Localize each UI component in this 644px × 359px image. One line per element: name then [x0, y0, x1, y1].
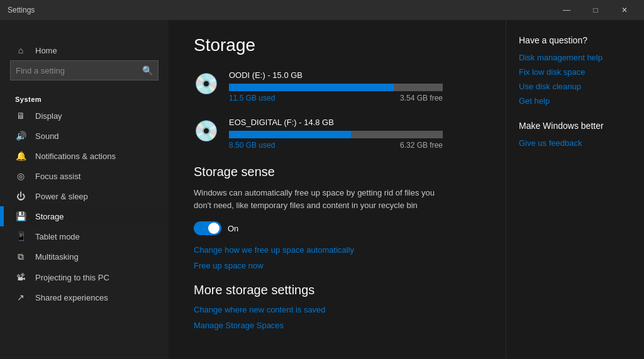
search-button[interactable]: 🔍 — [142, 65, 153, 75]
get-help-link[interactable]: Get help — [519, 96, 631, 106]
progress-bar-bg-2 — [229, 131, 443, 138]
drive-item-2: 💿 EOS_DIGITAL (F:) - 14.8 GB 8.50 GB use… — [194, 118, 480, 150]
app-body: ⌂ Home 🔍 System 🖥 Display 🔊 Sound 🔔 Noti… — [0, 20, 644, 359]
sidebar-item-label: Storage — [35, 212, 64, 221]
drive-name-1: OODI (E:) - 15.0 GB — [229, 70, 480, 80]
more-storage-title: More storage settings — [194, 283, 480, 297]
close-button[interactable]: ✕ — [610, 0, 639, 20]
focus-icon: ◎ — [15, 171, 26, 181]
drive-name-2: EOS_DIGITAL (F:) - 14.8 GB — [229, 118, 480, 127]
storage-sense-title: Storage sense — [194, 165, 480, 179]
search-box: 🔍 — [10, 60, 158, 80]
have-question-title: Have a question? — [519, 35, 631, 45]
drive-free-2: 6.32 GB free — [400, 141, 443, 150]
disk-cleanup-link[interactable]: Use disk cleanup — [519, 82, 631, 91]
more-storage-link2[interactable]: Manage Storage Spaces — [194, 321, 480, 330]
drive-free-1: 3.54 GB free — [400, 94, 443, 102]
storage-icon: 💾 — [15, 211, 26, 221]
storage-sense-toggle[interactable] — [194, 221, 221, 235]
main-content: Storage 💿 OODI (E:) - 15.0 GB 11.5 GB us… — [169, 20, 506, 359]
give-feedback-link[interactable]: Give us feedback — [519, 138, 631, 148]
more-storage-link1[interactable]: Change where new content is saved — [194, 305, 480, 314]
page-title: Storage — [194, 35, 480, 55]
sidebar-item-label: Projecting to this PC — [35, 273, 109, 282]
sound-icon: 🔊 — [15, 131, 26, 141]
sidebar-item-label: Shared experiences — [35, 293, 108, 302]
projecting-icon: 📽 — [15, 272, 26, 282]
progress-bar-bg-1 — [229, 84, 443, 91]
sidebar-item-label: Sound — [35, 131, 59, 141]
fix-low-disk-link[interactable]: Fix low disk space — [519, 67, 631, 77]
maximize-button[interactable]: □ — [581, 0, 610, 20]
storage-sense-desc: Windows can automatically free up space … — [194, 187, 445, 211]
sidebar-item-label: Notifications & actions — [35, 152, 116, 161]
display-icon: 🖥 — [15, 111, 26, 121]
drive-used-1: 11.5 GB used — [229, 94, 275, 102]
drive-stats-2: 8.50 GB used 6.32 GB free — [229, 141, 443, 150]
sidebar-item-storage[interactable]: 💾 Storage — [0, 206, 169, 226]
sidebar-item-shared[interactable]: ↗ Shared experiences — [0, 287, 169, 307]
notifications-icon: 🔔 — [15, 151, 26, 161]
sidebar-item-label: Display — [35, 111, 62, 121]
multitasking-icon: ⧉ — [15, 251, 26, 262]
sidebar-item-label: Multitasking — [35, 252, 79, 262]
make-better-section: Make Windows better Give us feedback — [519, 121, 631, 148]
drive-icon-1: 💿 — [194, 72, 219, 96]
sidebar-header — [0, 20, 169, 40]
sidebar-item-focus[interactable]: ◎ Focus assist — [0, 166, 169, 186]
storage-sense-link2[interactable]: Free up space now — [194, 261, 480, 270]
drive-info-1: OODI (E:) - 15.0 GB 11.5 GB used 3.54 GB… — [229, 70, 480, 102]
sidebar-item-label: Focus assist — [35, 172, 80, 181]
toggle-row: On — [194, 221, 480, 235]
drive-item-1: 💿 OODI (E:) - 15.0 GB 11.5 GB used 3.54 … — [194, 70, 480, 102]
sidebar-item-label: Tablet mode — [35, 232, 80, 241]
sidebar-item-power[interactable]: ⏻ Power & sleep — [0, 186, 169, 206]
power-icon: ⏻ — [15, 191, 26, 201]
sidebar: ⌂ Home 🔍 System 🖥 Display 🔊 Sound 🔔 Noti… — [0, 20, 169, 359]
toggle-label: On — [228, 224, 238, 233]
drive-icon-2: 💿 — [194, 119, 219, 143]
sidebar-item-display[interactable]: 🖥 Display — [0, 106, 169, 126]
titlebar-title: Settings — [8, 6, 35, 14]
storage-sense-link1[interactable]: Change how we free up space automaticall… — [194, 245, 480, 255]
sidebar-item-multitasking[interactable]: ⧉ Multitasking — [0, 246, 169, 267]
sidebar-item-sound[interactable]: 🔊 Sound — [0, 126, 169, 146]
sidebar-item-projecting[interactable]: 📽 Projecting to this PC — [0, 267, 169, 287]
drive-stats-1: 11.5 GB used 3.54 GB free — [229, 94, 443, 102]
sidebar-item-tablet[interactable]: 📱 Tablet mode — [0, 226, 169, 246]
sidebar-item-home[interactable]: ⌂ Home — [0, 40, 169, 60]
minimize-button[interactable]: — — [552, 0, 581, 20]
progress-bar-fill-1 — [229, 84, 394, 91]
drive-used-2: 8.50 GB used — [229, 141, 275, 150]
sidebar-item-label: Home — [35, 46, 57, 55]
sidebar-item-label: Power & sleep — [35, 192, 88, 201]
drive-info-2: EOS_DIGITAL (F:) - 14.8 GB 8.50 GB used … — [229, 118, 480, 150]
system-section-label: System — [0, 91, 169, 106]
home-icon: ⌂ — [15, 45, 26, 55]
tablet-icon: 📱 — [15, 231, 26, 241]
make-better-title: Make Windows better — [519, 121, 631, 131]
disk-management-link[interactable]: Disk management help — [519, 53, 631, 62]
progress-bar-fill-2 — [229, 131, 351, 138]
search-input[interactable] — [16, 66, 142, 75]
toggle-knob — [208, 223, 219, 234]
titlebar-controls: — □ ✕ — [552, 0, 639, 20]
shared-icon: ↗ — [15, 292, 26, 302]
titlebar: Settings — □ ✕ — [0, 0, 644, 20]
sidebar-item-notifications[interactable]: 🔔 Notifications & actions — [0, 146, 169, 166]
right-panel: Have a question? Disk management help Fi… — [506, 20, 644, 359]
